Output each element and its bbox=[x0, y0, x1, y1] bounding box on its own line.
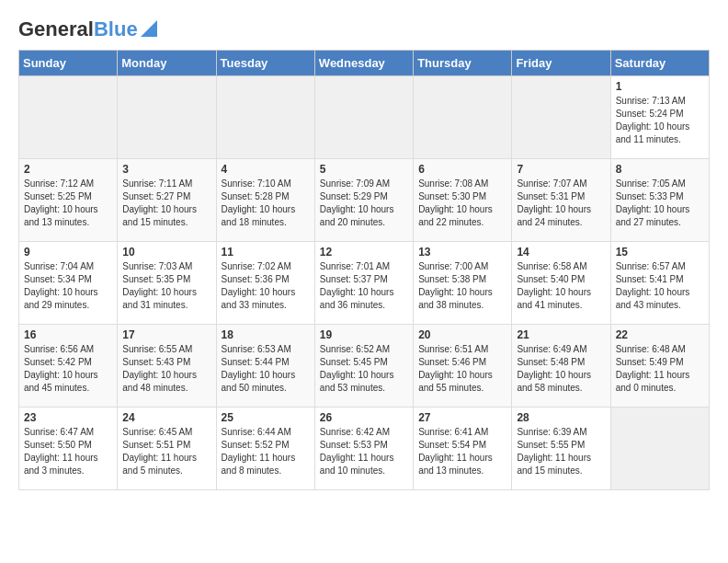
calendar-cell bbox=[610, 408, 709, 490]
day-number: 22 bbox=[616, 328, 704, 341]
calendar-week-row: 23Sunrise: 6:47 AM Sunset: 5:50 PM Dayli… bbox=[19, 408, 710, 490]
day-info: Sunrise: 7:09 AM Sunset: 5:29 PM Dayligh… bbox=[320, 178, 408, 229]
day-number: 16 bbox=[24, 328, 112, 341]
calendar-cell: 25Sunrise: 6:44 AM Sunset: 5:52 PM Dayli… bbox=[216, 408, 314, 490]
page-header: GeneralBlue bbox=[18, 18, 710, 40]
day-number: 27 bbox=[418, 411, 506, 424]
day-number: 1 bbox=[616, 80, 704, 93]
calendar-cell: 1Sunrise: 7:13 AM Sunset: 5:24 PM Daylig… bbox=[610, 76, 709, 159]
calendar-week-row: 1Sunrise: 7:13 AM Sunset: 5:24 PM Daylig… bbox=[19, 76, 710, 159]
day-info: Sunrise: 6:44 AM Sunset: 5:52 PM Dayligh… bbox=[222, 426, 310, 477]
calendar-cell bbox=[216, 76, 314, 159]
day-number: 13 bbox=[418, 246, 506, 259]
calendar-cell: 10Sunrise: 7:03 AM Sunset: 5:35 PM Dayli… bbox=[118, 242, 216, 325]
day-number: 18 bbox=[222, 328, 310, 341]
day-info: Sunrise: 6:47 AM Sunset: 5:50 PM Dayligh… bbox=[24, 426, 112, 477]
day-info: Sunrise: 6:58 AM Sunset: 5:40 PM Dayligh… bbox=[517, 260, 605, 312]
calendar-cell: 3Sunrise: 7:11 AM Sunset: 5:27 PM Daylig… bbox=[118, 159, 216, 242]
day-info: Sunrise: 6:56 AM Sunset: 5:42 PM Dayligh… bbox=[24, 343, 112, 395]
calendar-cell: 21Sunrise: 6:49 AM Sunset: 5:48 PM Dayli… bbox=[512, 325, 610, 408]
day-info: Sunrise: 7:07 AM Sunset: 5:31 PM Dayligh… bbox=[517, 178, 605, 229]
calendar-cell: 14Sunrise: 6:58 AM Sunset: 5:40 PM Dayli… bbox=[512, 242, 610, 325]
day-number: 3 bbox=[122, 163, 210, 176]
calendar-cell bbox=[414, 76, 512, 159]
day-number: 2 bbox=[24, 163, 112, 176]
day-number: 7 bbox=[517, 163, 605, 176]
calendar-cell: 17Sunrise: 6:55 AM Sunset: 5:43 PM Dayli… bbox=[118, 325, 216, 408]
calendar-cell: 18Sunrise: 6:53 AM Sunset: 5:44 PM Dayli… bbox=[216, 325, 314, 408]
day-info: Sunrise: 6:41 AM Sunset: 5:54 PM Dayligh… bbox=[418, 426, 506, 477]
calendar-cell: 2Sunrise: 7:12 AM Sunset: 5:25 PM Daylig… bbox=[19, 159, 118, 242]
day-info: Sunrise: 7:11 AM Sunset: 5:27 PM Dayligh… bbox=[122, 178, 210, 229]
calendar-table: SundayMondayTuesdayWednesdayThursdayFrid… bbox=[18, 50, 710, 490]
day-header-wednesday: Wednesday bbox=[314, 51, 413, 76]
calendar-cell: 26Sunrise: 6:42 AM Sunset: 5:53 PM Dayli… bbox=[314, 408, 413, 490]
day-number: 5 bbox=[320, 163, 408, 176]
day-number: 4 bbox=[222, 163, 310, 176]
calendar-cell: 12Sunrise: 7:01 AM Sunset: 5:37 PM Dayli… bbox=[314, 242, 413, 325]
day-info: Sunrise: 7:08 AM Sunset: 5:30 PM Dayligh… bbox=[418, 178, 506, 229]
day-number: 6 bbox=[418, 163, 506, 176]
day-number: 19 bbox=[320, 328, 408, 341]
day-info: Sunrise: 6:48 AM Sunset: 5:49 PM Dayligh… bbox=[616, 343, 704, 395]
logo-icon bbox=[141, 20, 157, 37]
logo-text: GeneralBlue bbox=[18, 19, 138, 40]
calendar-week-row: 9Sunrise: 7:04 AM Sunset: 5:34 PM Daylig… bbox=[19, 242, 710, 325]
day-header-sunday: Sunday bbox=[19, 51, 118, 76]
day-info: Sunrise: 6:49 AM Sunset: 5:48 PM Dayligh… bbox=[517, 343, 605, 395]
calendar-cell bbox=[19, 76, 118, 159]
day-number: 14 bbox=[517, 246, 605, 259]
day-number: 20 bbox=[418, 328, 506, 341]
day-number: 17 bbox=[122, 328, 210, 341]
day-header-saturday: Saturday bbox=[610, 51, 709, 76]
day-info: Sunrise: 6:45 AM Sunset: 5:51 PM Dayligh… bbox=[122, 426, 210, 477]
day-info: Sunrise: 7:01 AM Sunset: 5:37 PM Dayligh… bbox=[320, 260, 408, 312]
calendar-cell: 27Sunrise: 6:41 AM Sunset: 5:54 PM Dayli… bbox=[414, 408, 512, 490]
day-number: 9 bbox=[24, 246, 112, 259]
calendar-cell: 28Sunrise: 6:39 AM Sunset: 5:55 PM Dayli… bbox=[512, 408, 610, 490]
day-number: 11 bbox=[222, 246, 310, 259]
calendar-cell: 4Sunrise: 7:10 AM Sunset: 5:28 PM Daylig… bbox=[216, 159, 314, 242]
day-info: Sunrise: 6:42 AM Sunset: 5:53 PM Dayligh… bbox=[320, 426, 408, 477]
day-number: 10 bbox=[122, 246, 210, 259]
calendar-cell bbox=[314, 76, 413, 159]
day-header-friday: Friday bbox=[512, 51, 610, 76]
calendar-cell: 13Sunrise: 7:00 AM Sunset: 5:38 PM Dayli… bbox=[414, 242, 512, 325]
day-number: 24 bbox=[122, 411, 210, 424]
day-info: Sunrise: 7:05 AM Sunset: 5:33 PM Dayligh… bbox=[616, 178, 704, 229]
calendar-week-row: 2Sunrise: 7:12 AM Sunset: 5:25 PM Daylig… bbox=[19, 159, 710, 242]
day-header-monday: Monday bbox=[118, 51, 216, 76]
day-number: 25 bbox=[222, 411, 310, 424]
day-info: Sunrise: 6:55 AM Sunset: 5:43 PM Dayligh… bbox=[122, 343, 210, 395]
calendar-cell bbox=[118, 76, 216, 159]
day-info: Sunrise: 6:39 AM Sunset: 5:55 PM Dayligh… bbox=[517, 426, 605, 477]
day-info: Sunrise: 7:02 AM Sunset: 5:36 PM Dayligh… bbox=[222, 260, 310, 312]
calendar-cell: 20Sunrise: 6:51 AM Sunset: 5:46 PM Dayli… bbox=[414, 325, 512, 408]
day-info: Sunrise: 7:12 AM Sunset: 5:25 PM Dayligh… bbox=[24, 178, 112, 229]
day-info: Sunrise: 7:10 AM Sunset: 5:28 PM Dayligh… bbox=[222, 178, 310, 229]
day-number: 23 bbox=[24, 411, 112, 424]
calendar-week-row: 16Sunrise: 6:56 AM Sunset: 5:42 PM Dayli… bbox=[19, 325, 710, 408]
calendar-header-row: SundayMondayTuesdayWednesdayThursdayFrid… bbox=[19, 51, 710, 76]
calendar-cell: 6Sunrise: 7:08 AM Sunset: 5:30 PM Daylig… bbox=[414, 159, 512, 242]
svg-marker-0 bbox=[141, 20, 157, 37]
day-info: Sunrise: 6:53 AM Sunset: 5:44 PM Dayligh… bbox=[222, 343, 310, 395]
calendar-cell: 22Sunrise: 6:48 AM Sunset: 5:49 PM Dayli… bbox=[610, 325, 709, 408]
calendar-cell: 9Sunrise: 7:04 AM Sunset: 5:34 PM Daylig… bbox=[19, 242, 118, 325]
day-info: Sunrise: 6:51 AM Sunset: 5:46 PM Dayligh… bbox=[418, 343, 506, 395]
calendar-cell: 19Sunrise: 6:52 AM Sunset: 5:45 PM Dayli… bbox=[314, 325, 413, 408]
logo: GeneralBlue bbox=[18, 18, 157, 40]
calendar-cell: 24Sunrise: 6:45 AM Sunset: 5:51 PM Dayli… bbox=[118, 408, 216, 490]
day-header-thursday: Thursday bbox=[414, 51, 512, 76]
calendar-cell: 8Sunrise: 7:05 AM Sunset: 5:33 PM Daylig… bbox=[610, 159, 709, 242]
calendar-cell: 15Sunrise: 6:57 AM Sunset: 5:41 PM Dayli… bbox=[610, 242, 709, 325]
day-number: 15 bbox=[616, 246, 704, 259]
calendar-cell: 11Sunrise: 7:02 AM Sunset: 5:36 PM Dayli… bbox=[216, 242, 314, 325]
calendar-cell: 7Sunrise: 7:07 AM Sunset: 5:31 PM Daylig… bbox=[512, 159, 610, 242]
calendar-cell: 5Sunrise: 7:09 AM Sunset: 5:29 PM Daylig… bbox=[314, 159, 413, 242]
calendar-cell: 16Sunrise: 6:56 AM Sunset: 5:42 PM Dayli… bbox=[19, 325, 118, 408]
day-info: Sunrise: 7:13 AM Sunset: 5:24 PM Dayligh… bbox=[616, 95, 704, 146]
day-number: 8 bbox=[616, 163, 704, 176]
calendar-cell: 23Sunrise: 6:47 AM Sunset: 5:50 PM Dayli… bbox=[19, 408, 118, 490]
day-number: 12 bbox=[320, 246, 408, 259]
